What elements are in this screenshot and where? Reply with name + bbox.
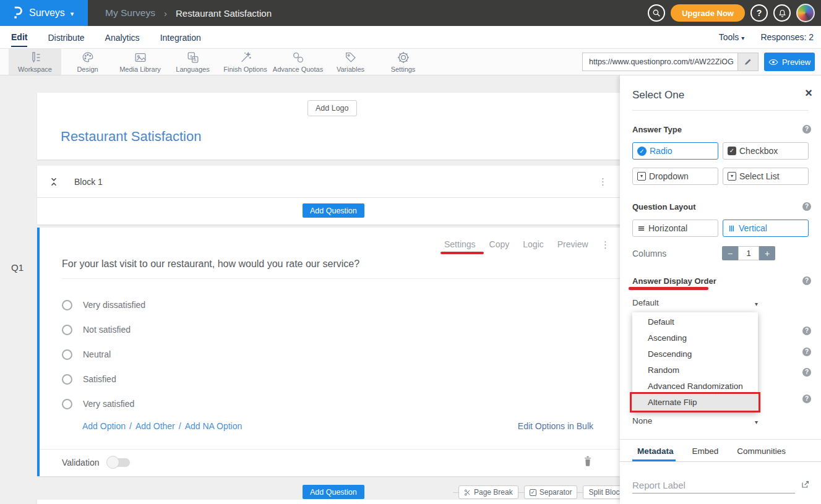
collapse-block-icon[interactable] — [49, 176, 58, 188]
tab-integration[interactable]: Integration — [160, 28, 201, 46]
tools-dropdown[interactable]: Tools▾ — [719, 32, 745, 42]
notifications-button[interactable] — [773, 4, 791, 22]
layout-vertical[interactable]: Vertical — [723, 220, 809, 237]
layout-horizontal[interactable]: Horizontal — [632, 220, 718, 237]
breadcrumb-my-surveys[interactable]: My Surveys — [105, 7, 155, 19]
add-other-link[interactable]: Add Other — [135, 421, 175, 431]
upgrade-button[interactable]: Upgrade Now — [671, 4, 745, 22]
menu-item-alternate-flip[interactable]: Alternate Flip — [632, 395, 758, 411]
help-icon[interactable]: ? — [802, 125, 811, 134]
menu-item-default[interactable]: Default — [632, 314, 758, 330]
radio-button[interactable] — [62, 374, 72, 385]
page-break-button[interactable]: Page Break — [458, 485, 518, 499]
survey-url-input[interactable] — [583, 53, 737, 70]
preview-button[interactable]: Preview — [764, 53, 815, 71]
survey-title[interactable]: Restaurant Satisfaction — [61, 129, 201, 145]
expand-icon[interactable] — [801, 480, 810, 492]
report-label-input[interactable] — [632, 477, 795, 493]
panel-tab-embed[interactable]: Embed — [692, 446, 719, 461]
survey-header-card: Add Logo Restaurant Satisfaction — [37, 93, 620, 160]
question-tab-settings[interactable]: Settings — [444, 239, 476, 249]
help-icon[interactable]: ? — [802, 348, 811, 356]
responses-count[interactable]: Responses: 2 — [760, 32, 814, 42]
add-logo-button[interactable]: Add Logo — [307, 100, 357, 116]
answer-type-options: ✓ Radio ✓ Checkbox ▾ Dropdown ▾ Select L… — [632, 142, 809, 185]
chevron-down-icon: ▾ — [755, 419, 758, 425]
delete-question-button[interactable] — [583, 455, 593, 469]
block-menu-icon[interactable]: ⋮ — [598, 176, 608, 187]
avatar[interactable] — [796, 4, 815, 22]
validation-label: Validation — [62, 458, 99, 468]
tab-analytics[interactable]: Analytics — [105, 28, 140, 46]
tag-icon — [344, 51, 358, 64]
tool-finish-options[interactable]: Finish Options — [219, 49, 272, 75]
columns-increase-button[interactable]: + — [759, 246, 775, 260]
tool-variables[interactable]: Variables — [324, 49, 377, 75]
radio-button[interactable] — [62, 300, 72, 310]
add-question-button-top[interactable]: Add Question — [303, 203, 364, 218]
columns-decrease-button[interactable]: − — [722, 246, 738, 260]
block-title[interactable]: Block 1 — [74, 177, 103, 187]
question-tab-copy[interactable]: Copy — [489, 239, 510, 249]
help-icon[interactable]: ? — [802, 395, 811, 403]
columns-value[interactable]: 1 — [738, 246, 759, 260]
panel-tab-communities[interactable]: Communities — [737, 446, 786, 461]
image-icon — [134, 51, 147, 64]
help-icon[interactable]: ? — [802, 368, 811, 377]
question-id-label: Q1 — [11, 262, 24, 273]
tool-settings[interactable]: Settings — [377, 49, 429, 75]
topbar-actions: Upgrade Now ? — [648, 0, 815, 26]
question-text[interactable]: For your last visit to our restaurant, h… — [62, 258, 359, 270]
separator-button[interactable]: ✓ Separator — [524, 485, 578, 499]
question-menu-icon[interactable]: ⋮ — [601, 239, 610, 250]
bell-icon — [778, 9, 787, 18]
tool-media-library[interactable]: Media Library — [114, 49, 166, 75]
product-name: Surveys — [29, 7, 65, 19]
answer-type-dropdown[interactable]: ▾ Dropdown — [632, 168, 718, 185]
magic-wand-icon — [239, 51, 252, 64]
topbar: Surveys ▾ My Surveys › Restaurant Satisf… — [0, 0, 821, 26]
radio-button[interactable] — [62, 325, 72, 335]
question-tab-preview[interactable]: Preview — [557, 239, 588, 249]
columns-stepper: − 1 + — [722, 246, 775, 260]
answer-display-order-select[interactable]: Default ▾ — [632, 298, 759, 312]
help-icon[interactable]: ? — [802, 327, 811, 335]
svg-text:a: a — [189, 54, 192, 58]
radio-button[interactable] — [62, 349, 72, 360]
answer-type-checkbox[interactable]: ✓ Checkbox — [723, 142, 809, 160]
help-button[interactable]: ? — [750, 4, 768, 22]
question-tab-logic[interactable]: Logic — [523, 239, 543, 249]
edit-url-button[interactable] — [737, 53, 758, 70]
add-option-link[interactable]: Add Option — [82, 421, 126, 431]
none-select[interactable]: None ▾ — [632, 416, 759, 430]
divider — [40, 449, 620, 450]
answer-type-select-list[interactable]: ▾ Select List — [723, 168, 809, 185]
add-question-button-bottom[interactable]: Add Question — [303, 485, 364, 499]
tool-languages[interactable]: aA Languages — [166, 49, 219, 75]
product-switcher[interactable]: Surveys ▾ — [0, 0, 88, 26]
menu-item-random[interactable]: Random — [632, 362, 758, 378]
tool-advance-quotas[interactable]: Advance Quotas — [272, 49, 324, 75]
tab-edit[interactable]: Edit — [11, 27, 27, 47]
tool-workspace[interactable]: Workspace — [9, 49, 61, 75]
edit-options-in-bulk-link[interactable]: Edit Options in Bulk — [518, 421, 593, 431]
validation-toggle[interactable] — [108, 458, 130, 467]
radio-button[interactable] — [62, 399, 72, 409]
breadcrumb-separator-icon: › — [164, 8, 167, 19]
menu-item-advanced-randomization[interactable]: Advanced Randomization — [632, 378, 758, 395]
question-layout-label: Question Layout — [632, 202, 696, 211]
answer-type-radio[interactable]: ✓ Radio — [632, 142, 718, 160]
add-na-option-link[interactable]: Add NA Option — [185, 421, 243, 431]
eye-icon — [768, 59, 778, 66]
menu-item-ascending[interactable]: Ascending — [632, 330, 758, 346]
tab-distribute[interactable]: Distribute — [48, 28, 84, 46]
help-icon[interactable]: ? — [802, 202, 811, 211]
option-row: Not satisfied — [62, 317, 145, 342]
divider — [632, 110, 809, 111]
close-icon[interactable]: × — [805, 87, 812, 99]
menu-item-descending[interactable]: Descending — [632, 346, 758, 362]
search-button[interactable] — [648, 4, 665, 22]
translate-icon: aA — [186, 51, 200, 64]
help-icon[interactable]: ? — [802, 276, 811, 285]
tool-design[interactable]: Design — [61, 49, 114, 75]
